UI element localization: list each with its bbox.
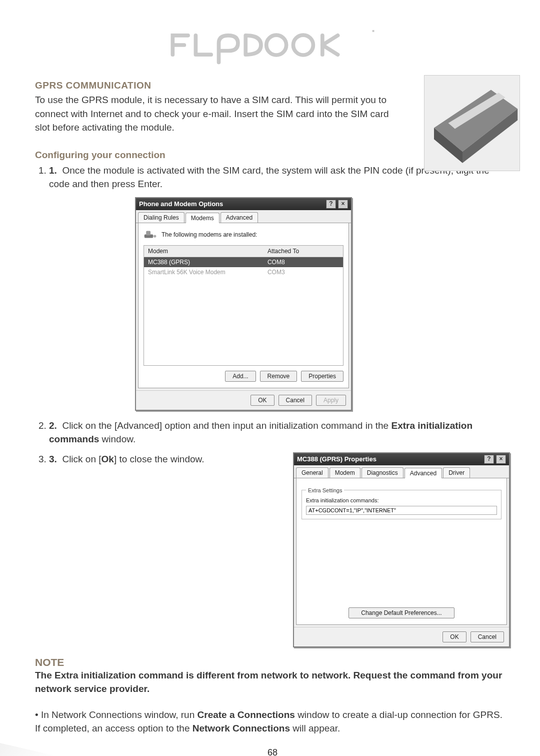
dialog2-title: MC388 (GPRS) Properties xyxy=(297,455,376,463)
dialog1-info: The following modems are installed: xyxy=(162,231,257,238)
close-icon[interactable]: × xyxy=(338,200,348,209)
dialog2-titlebar: MC388 (GPRS) Properties ? × xyxy=(294,453,509,465)
tab-modem[interactable]: Modem xyxy=(330,467,360,478)
extra-init-input[interactable] xyxy=(306,506,497,515)
tab-general[interactable]: General xyxy=(296,467,328,478)
cancel-button[interactable]: Cancel xyxy=(470,631,504,642)
add-button[interactable]: Add... xyxy=(225,371,256,382)
dialog2-tabs: General Modem Diagnostics Advanced Drive… xyxy=(294,465,509,478)
dialog1-tabs: Dialing Rules Modems Advanced xyxy=(136,210,351,223)
svg-rect-2 xyxy=(372,30,374,32)
apply-button[interactable]: Apply xyxy=(316,395,346,406)
properties-button[interactable]: Properties xyxy=(301,371,344,382)
ok-button[interactable]: OK xyxy=(442,631,466,642)
modem-port: COM8 xyxy=(264,257,344,267)
steps-list-3: 3. Click on [Ok] to close the window. xyxy=(35,452,273,466)
tab-diagnostics[interactable]: Diagnostics xyxy=(362,467,404,478)
page-number: 68 xyxy=(35,747,510,756)
step-3-text-a: Click on [ xyxy=(62,454,101,464)
cancel-button[interactable]: Cancel xyxy=(278,395,312,406)
svg-rect-8 xyxy=(146,231,150,235)
bullet-pre: • In Network Connections window, run xyxy=(35,709,198,720)
modem-name: SmartLink 56K Voice Modem xyxy=(144,267,264,277)
step-2-text-b: window. xyxy=(99,434,136,444)
step-2: 2. Click on the [Advanced] option and th… xyxy=(49,419,510,446)
phone-modem-dialog: Phone and Modem Options ? × Dialing Rule… xyxy=(135,197,352,411)
modem-properties-dialog: MC388 (GPRS) Properties ? × General Mode… xyxy=(293,452,510,647)
bullet-b2: Network Connections xyxy=(192,723,290,733)
col-attached: Attached To xyxy=(264,245,344,257)
modem-port: COM3 xyxy=(264,267,344,277)
step-1-text: Once the module is activated with the SI… xyxy=(49,165,490,190)
help-icon[interactable]: ? xyxy=(326,200,336,209)
close-icon[interactable]: × xyxy=(496,455,506,464)
dialog1-title: Phone and Modem Options xyxy=(139,200,223,208)
help-icon[interactable]: ? xyxy=(484,455,494,464)
change-default-button[interactable]: Change Default Preferences... xyxy=(348,607,454,618)
bullet-post: will appear. xyxy=(290,723,340,733)
tab-advanced[interactable]: Advanced xyxy=(220,212,258,223)
tab-advanced2[interactable]: Advanced xyxy=(404,468,442,478)
extra-settings-legend: Extra Settings xyxy=(306,487,344,493)
steps-list-2: 2. Click on the [Advanced] option and th… xyxy=(35,419,510,446)
bullet-b1: Create a Connections xyxy=(198,709,295,720)
ok-button[interactable]: OK xyxy=(250,395,274,406)
step-3-text-b: ] to close the window. xyxy=(114,454,204,464)
remove-button[interactable]: Remove xyxy=(260,371,298,382)
extra-init-label: Extra initialization commands: xyxy=(306,497,497,503)
step-3-bold: Ok xyxy=(102,454,114,464)
col-modem: Modem xyxy=(144,245,264,257)
brand-logo xyxy=(35,25,510,65)
table-row[interactable]: SmartLink 56K Voice ModemCOM3 xyxy=(144,267,344,277)
note-bullet: • In Network Connections window, run Cre… xyxy=(35,708,510,735)
tab-driver[interactable]: Driver xyxy=(443,467,470,478)
svg-point-1 xyxy=(293,35,313,55)
device-photo xyxy=(424,75,520,171)
step-3: 3. Click on [Ok] to close the window. xyxy=(49,452,273,466)
step-2-text-a: Click on the [Advanced] option and then … xyxy=(62,420,391,431)
table-row[interactable]: MC388 (GPRS)COM8 xyxy=(144,257,344,267)
modem-name: MC388 (GPRS) xyxy=(144,257,264,267)
modems-table: ModemAttached To MC388 (GPRS)COM8 SmartL… xyxy=(144,245,344,366)
note-bold-line: The Extra initialization command is diff… xyxy=(35,668,510,696)
svg-point-0 xyxy=(266,35,286,55)
tab-modems[interactable]: Modems xyxy=(186,213,220,223)
svg-point-9 xyxy=(154,235,156,237)
dialog1-titlebar: Phone and Modem Options ? × xyxy=(136,198,351,210)
intro-paragraph: To use the GPRS module, it is necessary … xyxy=(35,93,405,135)
note-heading: NOTE xyxy=(35,656,510,668)
phone-icon xyxy=(144,229,158,240)
tab-dialing-rules[interactable]: Dialing Rules xyxy=(138,212,184,223)
